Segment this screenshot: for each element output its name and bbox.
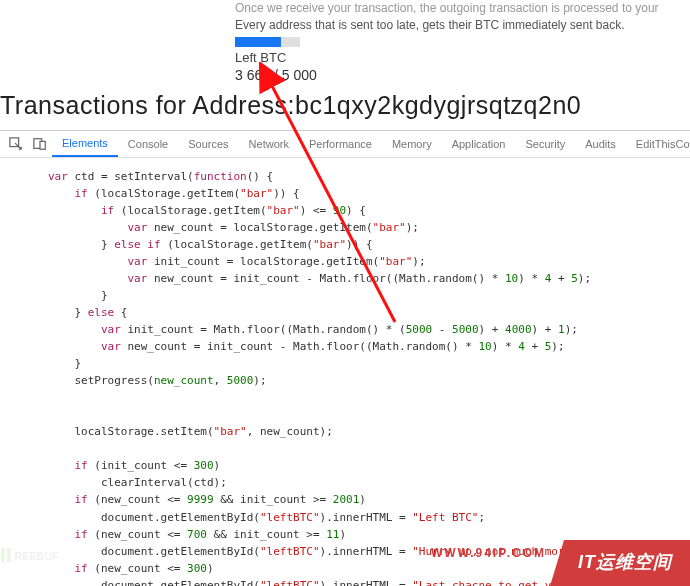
- progress-bar: [235, 37, 300, 47]
- tab-security[interactable]: Security: [515, 131, 575, 157]
- watermark-logo-left: REEBUF: [0, 540, 60, 570]
- tab-console[interactable]: Console: [118, 131, 178, 157]
- svg-text:REEBUF: REEBUF: [14, 550, 59, 562]
- intro-text-line2: Every address that is sent too late, get…: [235, 17, 690, 34]
- inspect-icon[interactable]: [9, 137, 23, 151]
- device-toolbar-icon[interactable]: [33, 137, 47, 151]
- tab-sources[interactable]: Sources: [178, 131, 238, 157]
- tab-editthiscookie[interactable]: EditThisCookie: [626, 131, 690, 157]
- tab-memory[interactable]: Memory: [382, 131, 442, 157]
- svg-rect-2: [40, 141, 45, 149]
- tab-elements[interactable]: Elements: [52, 131, 118, 157]
- source-code[interactable]: var ctd = setInterval(function() { if (l…: [0, 158, 690, 586]
- svg-rect-4: [1, 548, 5, 562]
- btc-count: 3 660 / 5 000: [235, 67, 690, 83]
- watermark-url: WWW.94IP.COM: [431, 546, 550, 580]
- transactions-heading: Transactions for Address:bc1qxy2kgdygjrs…: [0, 83, 690, 130]
- progress-fill: [235, 37, 281, 47]
- bottom-right-banner: WWW.94IP.COM IT运维空间: [431, 540, 690, 586]
- devtools-tabbar: Elements Console Sources Network Perform…: [0, 131, 690, 158]
- tab-performance[interactable]: Performance: [299, 131, 382, 157]
- tab-audits[interactable]: Audits: [575, 131, 626, 157]
- top-info-block: Once we receive your transaction, the ou…: [0, 0, 690, 83]
- devtools-panel: Elements Console Sources Network Perform…: [0, 130, 690, 586]
- intro-text-line1: Once we receive your transaction, the ou…: [235, 0, 690, 17]
- tab-application[interactable]: Application: [442, 131, 516, 157]
- svg-rect-5: [7, 548, 11, 562]
- tab-network[interactable]: Network: [239, 131, 299, 157]
- watermark-banner: IT运维空间: [550, 540, 690, 586]
- left-btc-label: Left BTC: [235, 50, 690, 65]
